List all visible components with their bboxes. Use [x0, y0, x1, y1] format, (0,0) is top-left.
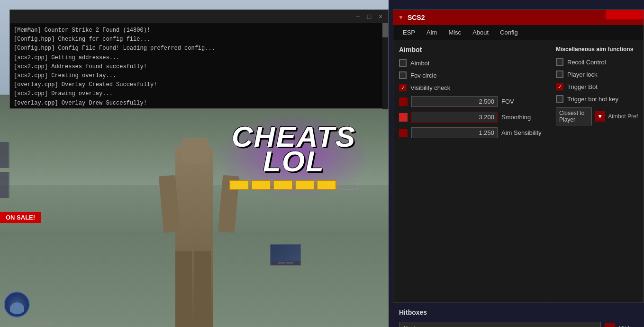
ui-thumbnail-dots	[278, 262, 293, 264]
trigger-bot-hotkey-label: Trigger bot hot key	[567, 96, 618, 103]
aimbot-pref-dropdown-arrow[interactable]: ▼	[595, 111, 605, 122]
logo-bar-segment	[273, 180, 293, 190]
fov-slider-row: FOV	[399, 96, 544, 107]
aimbot-section-title: Aimbot	[399, 46, 544, 53]
scs2-nav: ESPAimMiscAboutConfig	[393, 25, 644, 40]
console-window: − □ × [MemMan] Counter Strike 2 Found (1…	[9, 9, 389, 109]
player-lock-label: Player lock	[567, 71, 598, 78]
scs2-title-left: ▼ SCS2	[398, 14, 425, 21]
console-controls: − □ ×	[354, 13, 384, 20]
console-line: [scs2.cpp] Addresses found succesfully!	[14, 62, 384, 71]
scs2-nav-item-aim[interactable]: Aim	[421, 25, 443, 40]
trigger-bot-label: Trigger Bot	[567, 83, 598, 90]
recoil-control-checkbox[interactable]	[556, 58, 563, 66]
console-line: [overlay.cpp] Overlay Drew Succesfully!	[14, 99, 384, 108]
console-minimize-button[interactable]: −	[354, 13, 362, 20]
console-content: [MemMan] Counter Strike 2 Found (14800)!…	[10, 23, 388, 109]
fov-input[interactable]	[411, 96, 498, 107]
visibility-check-checkbox[interactable]	[399, 84, 407, 91]
console-line: [scs2.cpp] Getting addresses...	[14, 53, 384, 62]
ui-thumbnail-dot-1	[278, 262, 285, 264]
left-side-items	[0, 142, 9, 198]
hitbox-dropdown-row: Neck ▼ Hit box	[399, 322, 638, 327]
aimbot-checkbox-row: Aimbot	[399, 59, 544, 67]
capsule-label: Capsule	[33, 320, 52, 326]
visibility-check-label: Visibility check	[410, 84, 450, 91]
on-sale-badge: ON SALE!	[0, 212, 41, 223]
trigger-bot-checkbox[interactable]	[556, 83, 563, 90]
ui-thumbnail-dot-2	[286, 262, 293, 264]
scs2-body: Aimbot Aimbot Fov circle Visibility chec…	[393, 40, 644, 302]
scs2-misc-aim-column: Miscellaneous aim functions Recoil Contr…	[550, 40, 644, 302]
ui-thumbnail[interactable]	[270, 244, 301, 265]
scs2-nav-item-config[interactable]: Config	[494, 25, 524, 40]
logo-bar-segment	[251, 180, 271, 190]
scs2-aimbot-column: Aimbot Aimbot Fov circle Visibility chec…	[393, 40, 550, 302]
aim-sensibility-color-picker[interactable]	[399, 129, 408, 137]
console-line: [Config.hpp] Config File Found! Loading …	[14, 44, 384, 53]
logo-text-wrapper: CHEATS LOL	[215, 113, 372, 200]
console-line: [scs2.cpp] Creating overlay...	[14, 71, 384, 80]
scs2-nav-item-misc[interactable]: Misc	[443, 25, 467, 40]
hitboxes-section: Hitboxes Neck ▼ Hit box Aim bot hot key …	[393, 302, 644, 327]
smoothing-input[interactable]	[411, 112, 498, 123]
logo-bar-segment	[295, 180, 315, 190]
smoothing-color-picker[interactable]	[399, 113, 408, 122]
console-line: [overlay.cpp] Overlay Created Succesfull…	[14, 80, 384, 89]
logo-bar-segment	[229, 180, 249, 190]
fov-color-picker[interactable]	[399, 97, 408, 106]
hitboxes-section-title: Hitboxes	[399, 309, 638, 316]
corner-flag	[606, 10, 644, 19]
console-maximize-button[interactable]: □	[365, 13, 373, 20]
scs2-nav-item-esp[interactable]: ESP	[397, 25, 421, 40]
console-line: [MemMan] Counter Strike 2 Found (14800)!	[14, 26, 384, 35]
player-lock-checkbox-row: Player lock	[556, 71, 638, 78]
logo-bar-segment	[338, 180, 358, 190]
logo-bar-segment	[317, 180, 336, 190]
logo-overlay: CHEATS LOL	[204, 109, 384, 203]
fov-label: FOV	[501, 98, 544, 105]
console-line: [scs2.cpp] Drawing overlay...	[14, 89, 384, 98]
console-titlebar: − □ ×	[10, 10, 388, 23]
fov-circle-label: Fov circle	[410, 72, 437, 79]
trigger-bot-hotkey-checkbox[interactable]	[556, 95, 563, 103]
hitbox-dropdown-arrow[interactable]: ▼	[605, 323, 615, 327]
hitbox-dropdown-label: Hit box	[619, 325, 638, 327]
hitbox-dropdown-value: Neck	[403, 325, 417, 327]
smoothing-label: Smoothing	[501, 114, 544, 121]
console-close-button[interactable]: ×	[377, 13, 384, 20]
scs2-arrow-icon: ▼	[398, 14, 404, 21]
fov-circle-checkbox-row: Fov circle	[399, 71, 544, 79]
misc-aim-section-title: Miscellaneous aim functions	[556, 46, 638, 53]
ui-thumbnail-bar	[271, 261, 300, 265]
ui-thumbnail-image	[271, 245, 300, 261]
scs2-title: SCS2	[408, 14, 425, 21]
trigger-bot-hotkey-checkbox-row: Trigger bot hot key	[556, 95, 638, 103]
left-side-item-2	[0, 172, 9, 198]
player-lock-checkbox[interactable]	[556, 71, 563, 78]
aimbot-pref-dropdown[interactable]: Closest to Player	[556, 107, 592, 125]
smoothing-slider-row: Smoothing	[399, 112, 544, 123]
aim-sensibility-label: Aim Sensibility	[501, 129, 544, 136]
avatar	[4, 292, 30, 318]
aimbot-pref-value: Closest to Player	[559, 110, 589, 123]
recoil-control-label: Recoil Control	[567, 59, 606, 66]
aimbot-checkbox[interactable]	[399, 59, 407, 67]
recoil-control-checkbox-row: Recoil Control	[556, 58, 638, 66]
hitbox-dropdown[interactable]: Neck	[399, 322, 601, 327]
left-side-item-1	[0, 142, 9, 168]
scs2-panel: ▼ SCS2 × ESPAimMiscAboutConfig Aimbot Ai…	[393, 9, 644, 303]
aimbot-pref-row: Closest to Player ▼ Aimbot Pref	[556, 107, 638, 125]
fov-circle-checkbox[interactable]	[399, 71, 407, 79]
scs2-nav-item-about[interactable]: About	[467, 25, 494, 40]
aim-sensibility-slider-row: Aim Sensibility	[399, 127, 544, 138]
aimbot-label: Aimbot	[410, 60, 429, 67]
aimbot-pref-label: Aimbot Pref	[608, 113, 638, 120]
visibility-check-checkbox-row: Visibility check	[399, 84, 544, 91]
console-scrollbar[interactable]	[382, 23, 388, 109]
logo-progress-bar	[229, 180, 358, 190]
aim-sensibility-input[interactable]	[411, 127, 498, 138]
trigger-bot-checkbox-row: Trigger Bot	[556, 83, 638, 90]
console-line: [Config.hpp] Checking for config file...	[14, 35, 384, 44]
